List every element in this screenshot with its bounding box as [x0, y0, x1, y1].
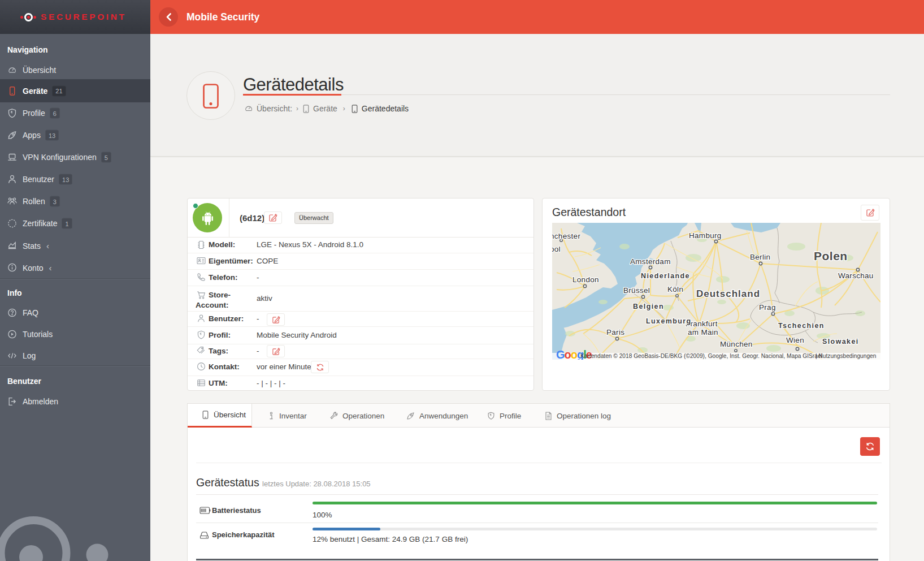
svg-text:Slowakei: Slowakei — [822, 338, 859, 346]
svg-text:Deutschland: Deutschland — [696, 288, 760, 299]
svg-text:London: London — [572, 275, 599, 284]
svg-text:Tschechien: Tschechien — [778, 322, 825, 330]
svg-text:Amsterdam: Amsterdam — [630, 257, 671, 266]
svg-text:Luxemburg: Luxemburg — [646, 317, 692, 325]
svg-text:Wien: Wien — [786, 336, 804, 344]
svg-text:nchester: nchester — [552, 232, 580, 240]
svg-text:Hamburg: Hamburg — [689, 231, 722, 240]
svg-text:ool: ool — [552, 245, 561, 253]
svg-text:am Main: am Main — [688, 328, 718, 336]
svg-text:Köln: Köln — [667, 285, 683, 294]
svg-text:München: München — [720, 340, 753, 348]
svg-text:Kartendaten © 2018 GeoBasis-DE: Kartendaten © 2018 GeoBasis-DE/BKG (©200… — [580, 353, 822, 359]
svg-text:| Nutzungsbedingungen: | Nutzungsbedingungen — [815, 353, 876, 359]
svg-text:Belgien: Belgien — [633, 303, 664, 310]
svg-text:Prag: Prag — [759, 303, 776, 312]
svg-text:Berlin: Berlin — [750, 253, 770, 261]
svg-text:Brüssel: Brüssel — [623, 286, 650, 295]
svg-text:Polen: Polen — [814, 249, 848, 262]
svg-text:Warschau: Warschau — [838, 271, 874, 280]
svg-text:Paris: Paris — [606, 328, 624, 336]
svg-text:Niederlande: Niederlande — [641, 272, 690, 280]
